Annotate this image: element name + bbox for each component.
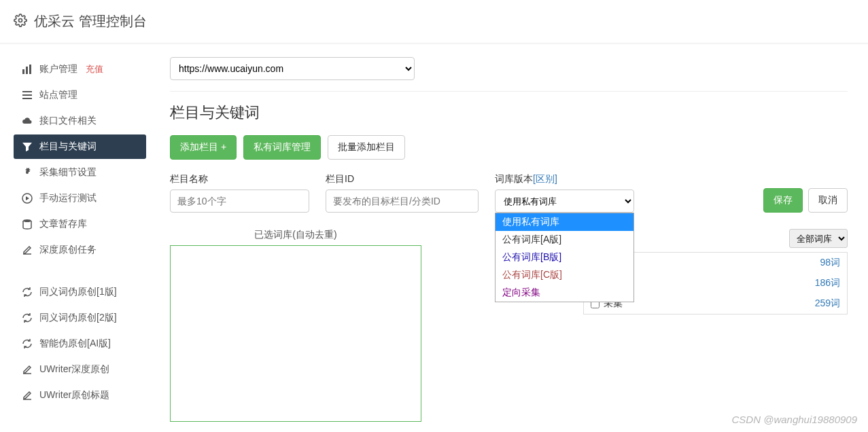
- main-content: https://www.ucaiyun.com 栏目与关键词 添加栏目 + 私有…: [150, 43, 868, 432]
- sidebar-item-detail[interactable]: 采集细节设置: [14, 160, 146, 185]
- selected-dict-title: 已选词库(自动去重): [170, 229, 421, 241]
- save-button[interactable]: 保存: [763, 188, 803, 213]
- sidebar-item-label: 账户管理: [39, 63, 77, 75]
- sidebar-item-label: 采集细节设置: [39, 166, 97, 179]
- selected-dict-panel: [170, 245, 421, 422]
- sidebar-item-syn2[interactable]: 同义词伪原创[2版]: [14, 306, 146, 330]
- svg-rect-5: [22, 94, 32, 96]
- sidebar-item-api[interactable]: 接口文件相关: [14, 109, 146, 133]
- sidebar-item-column[interactable]: 栏目与关键词: [14, 134, 146, 159]
- edit-icon: [22, 364, 33, 375]
- private-dict-button[interactable]: 私有词库管理: [243, 135, 321, 160]
- dict-version-dropdown: 使用私有词库公有词库[A版]公有词库[B版]公有词库[C版]定向采集: [495, 213, 634, 302]
- dropdown-option[interactable]: 定向采集: [496, 284, 633, 302]
- svg-rect-3: [29, 65, 31, 74]
- sidebar-item-syn1[interactable]: 同义词伪原创[1版]: [14, 280, 146, 304]
- sidebar-item-site[interactable]: 站点管理: [14, 83, 146, 107]
- sidebar-item-uwriter-title[interactable]: UWriter原创标题: [14, 383, 146, 408]
- sidebar-item-label: 站点管理: [39, 89, 77, 101]
- sidebar-item-deep[interactable]: 深度原创任务: [14, 238, 146, 262]
- sidebar-item-label: 同义词伪原创[2版]: [39, 312, 117, 324]
- sidebar-item-label: 栏目与关键词: [39, 141, 97, 153]
- sidebar-item-account[interactable]: 账户管理充值: [14, 57, 146, 82]
- play-icon: [22, 193, 33, 204]
- page-title: 优采云 管理控制台: [34, 12, 147, 31]
- svg-rect-6: [22, 98, 32, 99]
- column-name-input[interactable]: [170, 190, 309, 213]
- dict-count: 186词: [815, 277, 840, 289]
- filter-icon: [22, 141, 33, 152]
- sidebar-item-ai[interactable]: 智能伪原创[AI版]: [14, 331, 146, 356]
- version-diff-link[interactable]: [区别]: [533, 173, 557, 184]
- sidebar-item-uwriter-deep[interactable]: UWriter深度原创: [14, 357, 146, 382]
- sidebar-item-manual[interactable]: 手动运行测试: [14, 186, 146, 211]
- dict-filter-select[interactable]: 全部词库: [789, 229, 848, 248]
- list-icon: [22, 90, 33, 101]
- cloud-icon: [22, 115, 33, 126]
- dict-count: 259词: [815, 298, 840, 310]
- svg-point-0: [19, 19, 22, 22]
- sidebar-item-label: 深度原创任务: [39, 244, 97, 256]
- cancel-button[interactable]: 取消: [808, 188, 848, 213]
- sidebar-item-public-dict[interactable]: 公有词库查询: [14, 425, 146, 432]
- site-select[interactable]: https://www.ucaiyun.com: [170, 57, 415, 80]
- refresh-icon: [22, 338, 33, 349]
- column-id-label: 栏目ID: [326, 173, 479, 185]
- refresh-icon: [22, 312, 33, 323]
- sidebar-item-label: 接口文件相关: [39, 115, 97, 127]
- refresh-icon: [22, 287, 33, 298]
- sidebar-item-label: 同义词伪原创[1版]: [39, 286, 117, 298]
- app-header: 优采云 管理控制台: [0, 0, 868, 43]
- batch-add-button[interactable]: 批量添加栏目: [328, 135, 405, 160]
- dropdown-option[interactable]: 公有词库[A版]: [496, 231, 633, 249]
- dict-version-select[interactable]: 使用私有词库: [495, 190, 634, 213]
- svg-rect-4: [22, 91, 32, 92]
- dict-version-label: 词库版本[区别]: [495, 173, 634, 185]
- sidebar-item-label: UWriter原创标题: [39, 389, 109, 401]
- gears-icon: [22, 167, 33, 178]
- sidebar-item-label: UWriter深度原创: [39, 363, 109, 376]
- sidebar-item-draft[interactable]: 文章暂存库: [14, 212, 146, 236]
- svg-point-9: [23, 219, 31, 222]
- dropdown-option[interactable]: 公有词库[B版]: [496, 249, 633, 266]
- edit-icon: [22, 390, 33, 401]
- column-id-input[interactable]: [326, 190, 479, 213]
- svg-rect-1: [22, 69, 24, 74]
- sidebar-item-label: 文章暂存库: [39, 218, 87, 230]
- add-column-button[interactable]: 添加栏目 +: [170, 135, 237, 160]
- divider: [170, 91, 848, 92]
- dict-count: 98词: [820, 257, 840, 269]
- dropdown-option[interactable]: 公有词库[C版]: [496, 266, 633, 284]
- svg-rect-2: [26, 67, 28, 74]
- recharge-badge[interactable]: 充值: [86, 63, 103, 75]
- sidebar-item-label: 手动运行测试: [39, 192, 97, 204]
- edit-icon: [22, 245, 33, 255]
- section-title: 栏目与关键词: [170, 103, 848, 123]
- sidebar-item-label: 智能伪原创[AI版]: [39, 338, 111, 350]
- gear-icon: [14, 14, 27, 29]
- dropdown-option[interactable]: 使用私有词库: [496, 213, 633, 231]
- column-name-label: 栏目名称: [170, 173, 309, 185]
- bar-chart-icon: [22, 64, 33, 75]
- sidebar: 账户管理充值站点管理接口文件相关栏目与关键词采集细节设置手动运行测试文章暂存库深…: [0, 43, 150, 432]
- database-icon: [22, 219, 33, 230]
